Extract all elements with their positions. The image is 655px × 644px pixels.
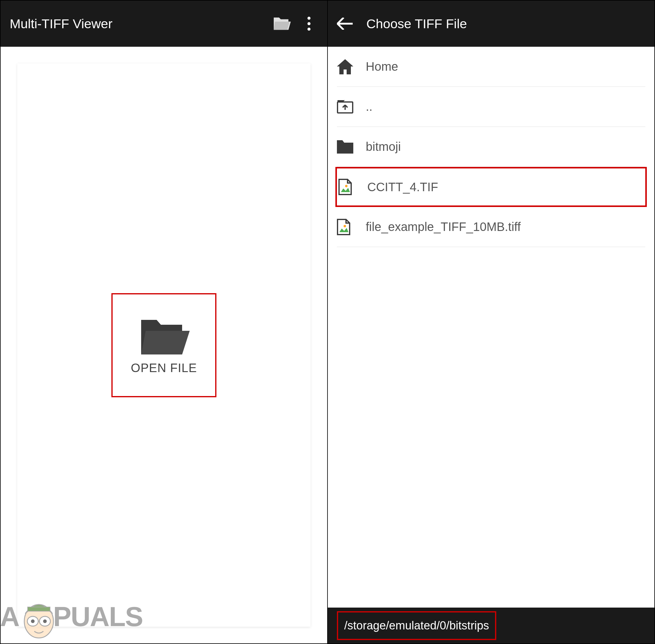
- file-item-ccitt[interactable]: CCITT_4.TIF: [335, 167, 647, 207]
- watermark-avatar-icon: [19, 592, 59, 641]
- file-item-folder-bitmoji[interactable]: bitmoji: [337, 127, 645, 167]
- svg-rect-7: [28, 607, 50, 611]
- folder-icon: [337, 140, 355, 154]
- watermark: A PUALS: [0, 592, 143, 641]
- file-chooser-panel: Choose TIFF File Home: [328, 1, 654, 643]
- file-item-label: Home: [366, 60, 398, 73]
- viewer-title: Multi-TIFF Viewer: [10, 16, 264, 31]
- svg-point-5: [344, 225, 346, 227]
- file-item-parent[interactable]: ..: [337, 87, 645, 127]
- viewer-content: OPEN FILE: [1, 47, 327, 643]
- chooser-title: Choose TIFF File: [366, 16, 645, 31]
- file-item-label: ..: [366, 100, 372, 114]
- file-item-label: file_example_TIFF_10MB.tiff: [366, 220, 521, 234]
- image-file-icon: [338, 179, 357, 195]
- path-bar: /storage/emulated/0/bitstrips: [328, 607, 654, 643]
- viewer-panel: Multi-TIFF Viewer: [1, 1, 328, 643]
- file-item-home[interactable]: Home: [337, 47, 645, 87]
- image-file-icon: [337, 219, 355, 235]
- svg-point-2: [308, 28, 311, 31]
- viewer-card: OPEN FILE: [17, 64, 311, 627]
- current-path: /storage/emulated/0/bitstrips: [337, 611, 496, 640]
- chooser-app-bar: Choose TIFF File: [328, 1, 654, 47]
- svg-point-4: [345, 185, 347, 187]
- svg-point-0: [308, 17, 311, 20]
- folder-up-icon: [337, 100, 355, 114]
- home-icon: [337, 59, 355, 74]
- watermark-text-before: A: [0, 601, 19, 632]
- back-arrow-icon[interactable]: [337, 18, 353, 30]
- open-file-button[interactable]: OPEN FILE: [111, 293, 217, 397]
- svg-point-10: [31, 619, 35, 623]
- file-item-label: CCITT_4.TIF: [367, 180, 438, 194]
- file-item-example-tiff[interactable]: file_example_TIFF_10MB.tiff: [337, 207, 645, 247]
- open-file-label: OPEN FILE: [131, 361, 197, 375]
- chooser-content: Home ..: [328, 47, 654, 643]
- file-list[interactable]: Home ..: [328, 47, 654, 607]
- viewer-app-bar: Multi-TIFF Viewer: [1, 1, 327, 47]
- svg-point-1: [308, 22, 311, 25]
- overflow-menu-icon[interactable]: [300, 15, 318, 33]
- folder-open-large-icon: [137, 316, 191, 356]
- svg-point-11: [43, 619, 47, 623]
- file-item-label: bitmoji: [366, 140, 401, 154]
- folder-open-icon[interactable]: [273, 15, 291, 33]
- watermark-text-after: PUALS: [53, 601, 143, 632]
